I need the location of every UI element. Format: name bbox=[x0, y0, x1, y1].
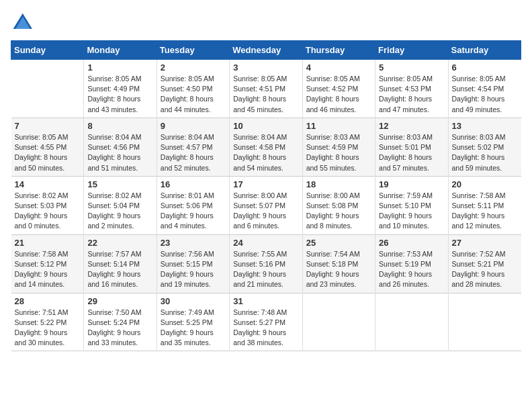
day-info: Sunrise: 7:55 AMSunset: 5:16 PMDaylight:… bbox=[233, 249, 298, 290]
day-number: 19 bbox=[379, 179, 444, 189]
weekday-header-cell: Wednesday bbox=[230, 41, 302, 60]
day-info: Sunrise: 8:02 AMSunset: 5:03 PMDaylight:… bbox=[15, 191, 81, 232]
day-info: Sunrise: 7:53 AMSunset: 5:19 PMDaylight:… bbox=[379, 249, 444, 290]
weekday-header-cell: Tuesday bbox=[157, 41, 229, 60]
day-number: 29 bbox=[87, 296, 152, 306]
calendar-week-row: 28Sunrise: 7:51 AMSunset: 5:22 PMDayligh… bbox=[11, 293, 521, 351]
day-number: 28 bbox=[15, 296, 81, 306]
day-number: 4 bbox=[306, 62, 371, 73]
day-number: 15 bbox=[87, 179, 152, 189]
calendar-cell: 29Sunrise: 7:50 AMSunset: 5:24 PMDayligh… bbox=[84, 293, 157, 351]
day-info: Sunrise: 7:52 AMSunset: 5:21 PMDaylight:… bbox=[452, 249, 518, 290]
calendar-cell: 14Sunrise: 8:02 AMSunset: 5:03 PMDayligh… bbox=[11, 176, 84, 234]
day-number: 26 bbox=[379, 238, 444, 248]
calendar-cell: 24Sunrise: 7:55 AMSunset: 5:16 PMDayligh… bbox=[230, 234, 302, 293]
day-info: Sunrise: 7:49 AMSunset: 5:25 PMDaylight:… bbox=[161, 308, 226, 349]
day-info: Sunrise: 7:59 AMSunset: 5:10 PMDaylight:… bbox=[379, 191, 444, 232]
day-info: Sunrise: 8:03 AMSunset: 5:01 PMDaylight:… bbox=[379, 132, 444, 173]
weekday-header-cell: Sunday bbox=[11, 41, 84, 60]
day-number: 23 bbox=[161, 238, 226, 248]
weekday-header-cell: Friday bbox=[375, 41, 448, 60]
day-number: 25 bbox=[306, 238, 371, 248]
day-number: 31 bbox=[233, 296, 298, 306]
calendar-week-row: 7Sunrise: 8:05 AMSunset: 4:55 PMDaylight… bbox=[11, 118, 521, 176]
day-number: 9 bbox=[161, 121, 226, 131]
day-number: 18 bbox=[306, 179, 371, 189]
day-info: Sunrise: 7:48 AMSunset: 5:27 PMDaylight:… bbox=[233, 308, 298, 349]
day-number: 11 bbox=[306, 121, 371, 131]
calendar-cell: 9Sunrise: 8:04 AMSunset: 4:57 PMDaylight… bbox=[157, 118, 229, 176]
day-number: 5 bbox=[379, 62, 444, 73]
calendar-body: 1Sunrise: 8:05 AMSunset: 4:49 PMDaylight… bbox=[11, 60, 521, 351]
day-info: Sunrise: 8:03 AMSunset: 5:02 PMDaylight:… bbox=[452, 132, 518, 173]
day-number: 16 bbox=[161, 179, 226, 189]
day-info: Sunrise: 8:00 AMSunset: 5:07 PMDaylight:… bbox=[233, 191, 298, 232]
calendar-cell: 10Sunrise: 8:04 AMSunset: 4:58 PMDayligh… bbox=[230, 118, 302, 176]
day-info: Sunrise: 7:56 AMSunset: 5:15 PMDaylight:… bbox=[161, 249, 226, 290]
day-number: 24 bbox=[233, 238, 298, 248]
day-info: Sunrise: 8:05 AMSunset: 4:55 PMDaylight:… bbox=[15, 132, 81, 173]
day-number: 6 bbox=[452, 62, 518, 73]
calendar-cell: 3Sunrise: 8:05 AMSunset: 4:51 PMDaylight… bbox=[230, 60, 302, 118]
calendar-cell: 28Sunrise: 7:51 AMSunset: 5:22 PMDayligh… bbox=[11, 293, 84, 351]
calendar-cell: 25Sunrise: 7:54 AMSunset: 5:18 PMDayligh… bbox=[302, 234, 375, 293]
calendar-cell: 17Sunrise: 8:00 AMSunset: 5:07 PMDayligh… bbox=[230, 176, 302, 234]
calendar-cell: 6Sunrise: 8:05 AMSunset: 4:54 PMDaylight… bbox=[448, 60, 521, 118]
calendar-cell: 20Sunrise: 7:58 AMSunset: 5:11 PMDayligh… bbox=[448, 176, 521, 234]
day-number: 21 bbox=[15, 238, 81, 248]
calendar-cell: 11Sunrise: 8:03 AMSunset: 4:59 PMDayligh… bbox=[302, 118, 375, 176]
calendar-cell: 12Sunrise: 8:03 AMSunset: 5:01 PMDayligh… bbox=[375, 118, 448, 176]
day-number: 13 bbox=[452, 121, 518, 131]
day-info: Sunrise: 8:05 AMSunset: 4:50 PMDaylight:… bbox=[161, 74, 226, 115]
day-number: 3 bbox=[233, 62, 298, 73]
day-info: Sunrise: 8:00 AMSunset: 5:08 PMDaylight:… bbox=[306, 191, 371, 232]
page-header bbox=[11, 11, 521, 35]
calendar-cell: 7Sunrise: 8:05 AMSunset: 4:55 PMDaylight… bbox=[11, 118, 84, 176]
day-number: 10 bbox=[233, 121, 298, 131]
day-number: 30 bbox=[161, 296, 226, 306]
calendar-cell bbox=[375, 293, 448, 351]
weekday-header-cell: Thursday bbox=[302, 41, 375, 60]
day-info: Sunrise: 8:03 AMSunset: 4:59 PMDaylight:… bbox=[306, 132, 371, 173]
weekday-header-cell: Monday bbox=[84, 41, 157, 60]
logo-icon bbox=[11, 11, 35, 35]
calendar-cell bbox=[448, 293, 521, 351]
day-number: 27 bbox=[452, 238, 518, 248]
calendar-cell: 19Sunrise: 7:59 AMSunset: 5:10 PMDayligh… bbox=[375, 176, 448, 234]
day-info: Sunrise: 7:51 AMSunset: 5:22 PMDaylight:… bbox=[15, 308, 81, 349]
day-number: 20 bbox=[452, 179, 518, 189]
calendar-cell: 13Sunrise: 8:03 AMSunset: 5:02 PMDayligh… bbox=[448, 118, 521, 176]
day-info: Sunrise: 8:04 AMSunset: 4:56 PMDaylight:… bbox=[87, 132, 152, 173]
logo bbox=[11, 11, 38, 35]
calendar-cell: 5Sunrise: 8:05 AMSunset: 4:53 PMDaylight… bbox=[375, 60, 448, 118]
calendar-cell: 18Sunrise: 8:00 AMSunset: 5:08 PMDayligh… bbox=[302, 176, 375, 234]
day-number: 2 bbox=[161, 62, 226, 73]
calendar-cell: 22Sunrise: 7:57 AMSunset: 5:14 PMDayligh… bbox=[84, 234, 157, 293]
day-info: Sunrise: 7:57 AMSunset: 5:14 PMDaylight:… bbox=[87, 249, 152, 290]
calendar-cell: 2Sunrise: 8:05 AMSunset: 4:50 PMDaylight… bbox=[157, 60, 229, 118]
weekday-header-row: SundayMondayTuesdayWednesdayThursdayFrid… bbox=[11, 41, 521, 60]
day-info: Sunrise: 8:01 AMSunset: 5:06 PMDaylight:… bbox=[161, 191, 226, 232]
day-info: Sunrise: 7:58 AMSunset: 5:11 PMDaylight:… bbox=[452, 191, 518, 232]
calendar-cell: 21Sunrise: 7:58 AMSunset: 5:12 PMDayligh… bbox=[11, 234, 84, 293]
day-info: Sunrise: 7:58 AMSunset: 5:12 PMDaylight:… bbox=[15, 249, 81, 290]
day-number: 22 bbox=[87, 238, 152, 248]
calendar-cell bbox=[302, 293, 375, 351]
calendar-cell: 4Sunrise: 8:05 AMSunset: 4:52 PMDaylight… bbox=[302, 60, 375, 118]
day-info: Sunrise: 7:54 AMSunset: 5:18 PMDaylight:… bbox=[306, 249, 371, 290]
calendar-week-row: 14Sunrise: 8:02 AMSunset: 5:03 PMDayligh… bbox=[11, 176, 521, 234]
weekday-header-cell: Saturday bbox=[448, 41, 521, 60]
day-number: 1 bbox=[87, 62, 152, 73]
calendar-cell bbox=[11, 60, 84, 118]
day-info: Sunrise: 8:02 AMSunset: 5:04 PMDaylight:… bbox=[87, 191, 152, 232]
calendar-cell: 23Sunrise: 7:56 AMSunset: 5:15 PMDayligh… bbox=[157, 234, 229, 293]
calendar-week-row: 21Sunrise: 7:58 AMSunset: 5:12 PMDayligh… bbox=[11, 234, 521, 293]
calendar-cell: 30Sunrise: 7:49 AMSunset: 5:25 PMDayligh… bbox=[157, 293, 229, 351]
day-info: Sunrise: 8:05 AMSunset: 4:49 PMDaylight:… bbox=[87, 74, 152, 115]
day-info: Sunrise: 8:05 AMSunset: 4:53 PMDaylight:… bbox=[379, 74, 444, 115]
calendar-cell: 8Sunrise: 8:04 AMSunset: 4:56 PMDaylight… bbox=[84, 118, 157, 176]
day-number: 17 bbox=[233, 179, 298, 189]
calendar-week-row: 1Sunrise: 8:05 AMSunset: 4:49 PMDaylight… bbox=[11, 60, 521, 118]
day-info: Sunrise: 8:05 AMSunset: 4:51 PMDaylight:… bbox=[233, 74, 298, 115]
day-info: Sunrise: 8:04 AMSunset: 4:57 PMDaylight:… bbox=[161, 132, 226, 173]
